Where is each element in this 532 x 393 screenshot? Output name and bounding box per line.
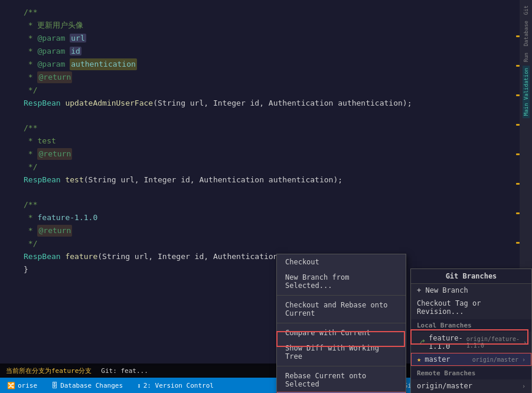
sidebar-run[interactable]: Run [523,50,530,64]
context-menu-rebase[interactable]: Rebase Current onto Selected [277,368,406,392]
annotation-text: 当前所在分支为feature分支 [6,366,92,375]
code-line: * @return [0,148,520,161]
code-line: * @param authentication [0,58,520,71]
context-menu-checkout[interactable]: Checkout [277,254,406,270]
sidebar-main-validation[interactable]: Main Validation [523,66,530,118]
context-menu-compare[interactable]: Compare with Current [277,325,406,340]
code-line: */ [0,84,520,97]
star-icon: ★ [417,355,421,363]
code-line: * 更新用户头像 [0,19,520,32]
branch-feature[interactable]: ⎇ feature-1.1.0 origin/feature-1.1.0 › [411,332,531,353]
remote-origin-master[interactable]: origin/master › [411,379,531,392]
branch-master[interactable]: ★ master origin/master › [411,353,531,366]
code-line: RespBean updateAdminUserFace(String url,… [0,97,520,110]
code-line: * @return [0,224,520,237]
code-line: /** [0,122,520,135]
code-line: * @param url [0,32,520,45]
git-branches-panel: Git Branches + New Branch Checkout Tag o… [410,268,532,393]
code-line: * test [0,135,520,148]
branch-icon: ⎇ [417,338,425,346]
context-menu-show-diff[interactable]: Show Diff with Working Tree [277,340,406,364]
code-line [0,110,520,122]
code-line: */ [0,161,520,173]
separator [277,323,406,323]
context-menu-new-branch[interactable]: New Branch from Selected... [277,270,406,293]
annotation-suffix: Git: feat... [101,367,148,375]
status-database-changes[interactable]: 🗄 Database Changes [49,381,125,391]
remote-branches-header: Remote Branches [411,367,531,379]
code-line: * @return [0,71,520,84]
code-line [0,186,520,198]
code-line: RespBean test(String url, Integer id, Au… [0,173,520,186]
code-line: RespBean feature(String url, Integer id,… [0,250,520,263]
sidebar-git[interactable]: Git [523,3,530,17]
sidebar-database[interactable]: Database [523,18,530,48]
separator [277,366,406,366]
context-menu: Checkout New Branch from Selected... Che… [276,254,406,393]
separator [277,295,406,296]
new-branch-button[interactable]: + New Branch [411,284,531,297]
status-orise[interactable]: 🔀 orise [5,381,40,391]
local-branches-header: Local Branches [411,319,531,332]
checkout-tag-button[interactable]: Checkout Tag or Revision... [411,297,531,318]
code-line: /** [0,198,520,211]
code-line: /** [0,6,520,19]
git-panel-title: Git Branches [411,269,531,284]
code-line: * @param id [0,45,520,58]
code-line: */ [0,237,520,250]
code-line: * feature-1.1.0 [0,211,520,224]
context-menu-checkout-rebase[interactable]: Checkout and Rebase onto Current [277,297,406,321]
status-version-control[interactable]: ↕ 2: Version Control [135,381,216,391]
